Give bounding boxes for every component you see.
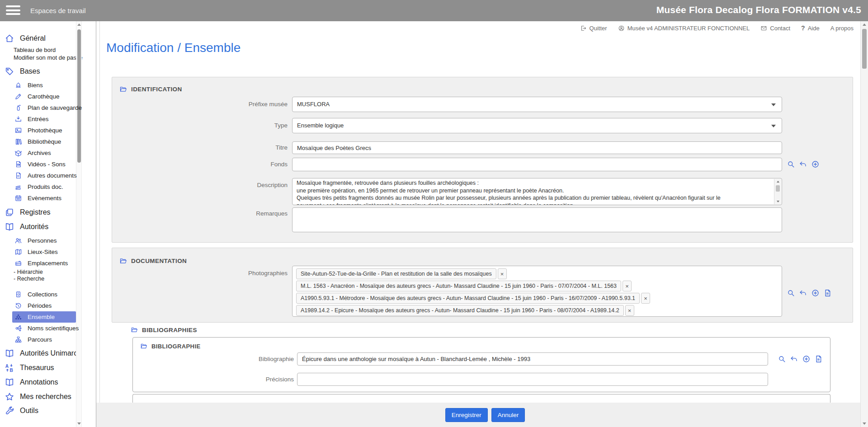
quit-link[interactable]: Quitter (580, 25, 607, 32)
page-title: Modification / Ensemble (106, 41, 241, 55)
help-link[interactable]: ?Aide (801, 24, 820, 32)
type-select[interactable]: Ensemble logique (292, 118, 782, 133)
folder-icon (119, 85, 127, 93)
utility-bar: Quitter Musée v4 ADMINISTRATEUR FONCTION… (580, 24, 854, 32)
description-textarea[interactable]: Mosaïque fragmentée, retrouvée dans plus… (292, 178, 782, 205)
calendar-icon (14, 194, 22, 202)
sidebar-scrollbar-thumb[interactable] (77, 29, 81, 163)
photo-chip: Site-Autun-52-Tue-de-la-Grille - Plan et… (296, 268, 496, 279)
file-icon[interactable] (814, 355, 823, 363)
remove-chip-icon[interactable]: × (498, 268, 507, 279)
description-scrollbar-thumb[interactable] (776, 185, 780, 192)
drawers-icon (14, 291, 22, 298)
search-icon[interactable] (787, 289, 795, 297)
undo-icon[interactable] (799, 289, 807, 297)
molecule-icon (14, 324, 22, 332)
mail-icon (760, 25, 767, 32)
scroll-down-icon[interactable] (77, 422, 81, 425)
bibliographies-header[interactable]: BIBLIOGRAPHIES (131, 326, 197, 333)
people-icon (14, 237, 22, 244)
save-button[interactable]: Enregistrer (445, 408, 488, 422)
remove-chip-icon[interactable]: × (625, 305, 634, 316)
photo-chip-row: A1989.14.2 - Epicure - Mosaïque des aute… (296, 305, 778, 316)
undo-icon[interactable] (790, 355, 798, 363)
home-icon (5, 33, 14, 43)
remarques-label: Remarques (117, 210, 288, 218)
shelf-icon (14, 259, 22, 267)
pencil-icon (14, 93, 22, 100)
paper-stack-icon (14, 183, 22, 191)
footer-bar: Enregistrer Annuler (96, 403, 860, 427)
precisions-input[interactable] (297, 373, 768, 386)
cancel-button[interactable]: Annuler (491, 408, 525, 422)
history-icon (14, 302, 22, 310)
remove-chip-icon[interactable]: × (623, 281, 632, 291)
titre-input[interactable] (292, 141, 782, 154)
scroll-up-icon[interactable] (777, 181, 779, 183)
scroll-up-icon[interactable] (77, 23, 81, 26)
tag-icon (5, 66, 14, 76)
cluster-icon (14, 313, 22, 321)
fonds-actions (787, 160, 820, 169)
photo-chip: A1989.14.2 - Epicure - Mosaïque des aute… (296, 305, 624, 316)
about-link[interactable]: A propos (830, 25, 854, 32)
wrench-icon (5, 406, 14, 416)
video-file-icon (14, 160, 22, 168)
document-icon (14, 172, 22, 179)
content-divider (99, 21, 100, 427)
bibliographie-input[interactable] (297, 352, 768, 366)
documentation-header[interactable]: DOCUMENTATION (119, 257, 187, 265)
photographies-label: Photographies (117, 269, 288, 278)
undo-icon[interactable] (799, 160, 807, 169)
sidebar: Général Tableau de bord Modifier son mot… (0, 21, 96, 427)
description-label: Description (117, 181, 288, 189)
sidebar-scrollbar[interactable] (76, 21, 82, 427)
remove-chip-icon[interactable]: × (641, 293, 650, 304)
fonds-input[interactable] (292, 158, 782, 171)
add-circle-icon[interactable] (802, 355, 811, 363)
archive-box-icon (14, 149, 22, 157)
titre-label: Titre (117, 141, 288, 154)
folder-icon (131, 326, 138, 333)
user-circle-icon (618, 25, 625, 32)
scroll-up-icon[interactable] (863, 23, 866, 26)
contact-link[interactable]: Contact (760, 25, 790, 32)
user-menu[interactable]: Musée v4 ADMINISTRATEUR FONCTIONNEL (618, 25, 750, 32)
bibliographie-panel: BIBLIOGRAPHIE Bibliographie Précisions (132, 337, 830, 392)
translate-icon (5, 363, 14, 373)
bibliographie-header[interactable]: BIBLIOGRAPHIE (140, 343, 200, 350)
type-label: Type (117, 118, 288, 133)
identification-panel: IDENTIFICATION Préfixe musée MUSFLORA Ty… (112, 77, 853, 243)
registers-icon (5, 207, 14, 217)
search-icon[interactable] (787, 160, 795, 169)
photographies-field[interactable]: Site-Autun-52-Tue-de-la-Grille - Plan et… (292, 266, 782, 317)
add-circle-icon[interactable] (811, 160, 820, 169)
exit-icon (580, 25, 587, 32)
description-scrollbar[interactable] (774, 179, 781, 204)
page-scrollbar[interactable] (860, 21, 868, 427)
open-book-icon (5, 222, 14, 232)
folder-icon (119, 257, 127, 265)
add-circle-icon[interactable] (811, 289, 820, 297)
remarques-textarea[interactable] (292, 207, 782, 232)
chevron-down-icon (771, 125, 776, 127)
file-icon[interactable] (823, 289, 832, 297)
page-scrollbar-thumb[interactable] (862, 29, 867, 69)
search-icon[interactable] (778, 355, 786, 363)
bibliographie-actions (778, 355, 823, 363)
prefixe-musee-select[interactable]: MUSFLORA (292, 97, 782, 112)
app-title: Musée Flora Decalog Flora FORMATION v4.5 (656, 5, 861, 15)
question-mark-icon: ? (801, 24, 805, 32)
chevron-down-icon (771, 103, 776, 106)
hamburger-menu-icon[interactable] (6, 5, 20, 16)
photo-chip-row: M.L. 1563 - Anacréon - Mosaïque des aute… (296, 281, 778, 291)
top-bar: Espaces de travail Musée Flora Decalog F… (0, 0, 868, 21)
open-book-icon (5, 377, 14, 387)
bibliographie-label: Bibliographie (137, 352, 294, 366)
identification-header[interactable]: IDENTIFICATION (119, 85, 182, 93)
books-icon (14, 138, 22, 145)
scroll-down-icon[interactable] (777, 201, 779, 202)
fonds-label: Fonds (117, 158, 288, 171)
scroll-down-icon[interactable] (863, 422, 866, 425)
photographies-actions (787, 289, 832, 297)
